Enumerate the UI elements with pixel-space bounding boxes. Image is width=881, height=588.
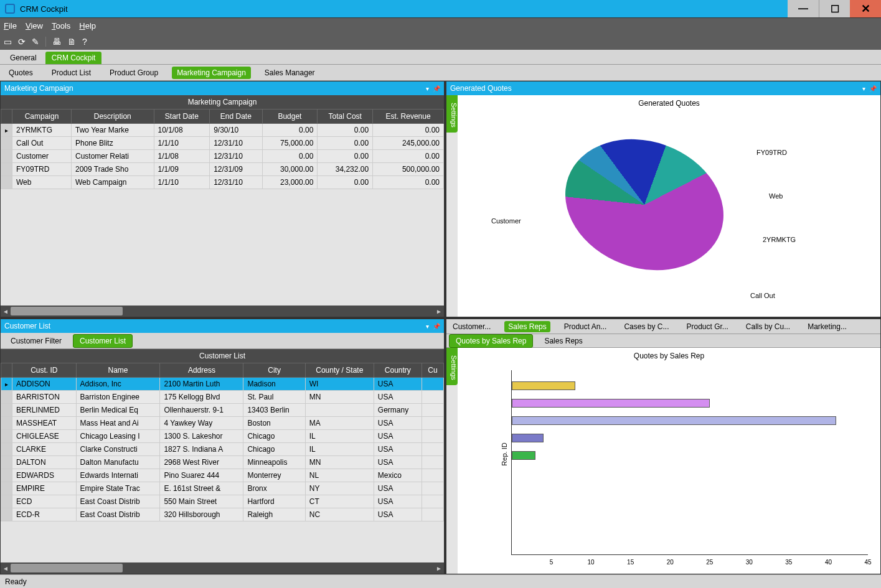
column-header[interactable]: Address (160, 363, 243, 378)
column-header[interactable]: Campaign (12, 110, 72, 124)
dropdown-icon[interactable]: ▾ (862, 85, 865, 92)
column-header[interactable]: Start Date (154, 110, 210, 124)
wand-icon[interactable]: ✎ (32, 37, 39, 47)
pie-body (547, 118, 742, 291)
customer-grid[interactable]: Cust. IDNameAddressCityCounty / StateCou… (1, 363, 444, 521)
scroll-left-icon[interactable]: ◄ (1, 306, 11, 317)
h-scrollbar[interactable]: ◄ ► (1, 306, 444, 317)
pin-icon[interactable]: 📌 (433, 323, 440, 330)
table-row[interactable]: EDWARDSEdwards InternatiPino Suarez 444M… (1, 469, 444, 482)
x-tick: 45 (864, 559, 871, 566)
panel-customer-list: Customer List ▾ 📌 Customer Filter Custom… (0, 319, 445, 574)
x-tick: 20 (667, 559, 674, 566)
table-row[interactable]: CustomerCustomer Relati1/1/0812/31/100.0… (1, 150, 444, 163)
sales-tab[interactable]: Marketing... (804, 321, 850, 332)
menu-help[interactable]: Help (79, 21, 96, 30)
maximize-button[interactable]: ☐ (819, 0, 850, 17)
sales-tab[interactable]: Product Gr... (682, 321, 732, 332)
table-row[interactable]: EMPIREEmpire State TracE. 161st Street &… (1, 482, 444, 495)
x-tick: 10 (588, 559, 595, 566)
table-row[interactable]: FY09TRD2009 Trade Sho1/1/0912/31/0930,00… (1, 163, 444, 176)
pie-label: Customer (491, 217, 521, 225)
column-header[interactable]: City (243, 363, 305, 378)
column-header[interactable]: End Date (210, 110, 262, 124)
column-header[interactable]: Budget (262, 110, 318, 124)
table-row[interactable]: ECDEast Coast Distrib550 Main StreetHart… (1, 495, 444, 508)
column-header[interactable]: Name (76, 363, 160, 378)
settings-tab[interactable]: Settings (446, 348, 458, 385)
grid-title: Customer List (1, 349, 444, 363)
column-header[interactable]: Cu (422, 363, 443, 378)
toolbar: ▭ ⟳ ✎ 🖶 🗎 ? (0, 34, 881, 50)
pie-label: 2YRMKTG (763, 236, 796, 243)
column-header[interactable]: Total Cost (318, 110, 373, 124)
table-row[interactable]: ▸ADDISONAddison, Inc2100 Martin LuthMadi… (1, 378, 444, 391)
pie-chart: Generated Quotes CustomerFY09TRDWeb2YRMK… (458, 95, 880, 317)
subtab-quotes-by-sales-rep[interactable]: Quotes by Sales Rep (449, 334, 533, 348)
table-row[interactable]: BERLINMEDBerlin Medical EqOllenhauerstr.… (1, 404, 444, 417)
inner-tab-customer-list[interactable]: Customer List (73, 334, 133, 348)
scroll-right-icon[interactable]: ► (434, 306, 444, 317)
sub-tab-sales-manager[interactable]: Sales Manager (260, 67, 320, 79)
print-preview-icon[interactable]: 🗎 (67, 37, 76, 47)
x-tick: 40 (825, 559, 832, 566)
column-header[interactable]: Est. Revenue (373, 110, 444, 124)
sales-tab[interactable]: Calls by Cu... (742, 321, 794, 332)
column-header[interactable]: Description (72, 110, 154, 124)
dropdown-icon[interactable]: ▾ (426, 323, 429, 330)
panel-marketing-campaign: Marketing Campaign ▾ 📌 Marketing Campaig… (0, 81, 445, 317)
main-tab-general[interactable]: General (4, 52, 43, 64)
settings-tab[interactable]: Settings (446, 95, 458, 133)
table-row[interactable]: WebWeb Campaign1/1/1012/31/1023,000.000.… (1, 176, 444, 189)
panel-title: Generated Quotes (450, 84, 512, 93)
sales-tab[interactable]: Cases by C... (620, 321, 672, 332)
sales-tab[interactable]: Customer... (449, 321, 494, 332)
table-row[interactable]: ▸2YRMKTGTwo Year Marke10/1/089/30/100.00… (1, 124, 444, 137)
print-icon[interactable]: 🖶 (52, 37, 61, 47)
panel-hdr-quotes: Generated Quotes ▾ 📌 (446, 82, 880, 95)
scroll-thumb[interactable] (11, 307, 123, 315)
sub-tab-marketing-campaign[interactable]: Marketing Campaign (172, 67, 251, 79)
panel-hdr-customers: Customer List ▾ 📌 (1, 319, 444, 333)
refresh-icon[interactable]: ⟳ (18, 37, 26, 47)
marketing-grid[interactable]: CampaignDescriptionStart DateEnd DateBud… (1, 109, 444, 189)
pin-icon[interactable]: 📌 (433, 85, 440, 92)
table-row[interactable]: Call OutPhone Blitz1/1/1012/31/1075,000.… (1, 137, 444, 150)
pie-label: FY09TRD (756, 149, 787, 156)
new-icon[interactable]: ▭ (4, 37, 12, 47)
pin-icon[interactable]: 📌 (869, 85, 877, 92)
h-scrollbar[interactable]: ◄ ► (1, 562, 444, 574)
menu-file[interactable]: File (4, 21, 17, 30)
menu-view[interactable]: View (26, 21, 43, 30)
pie-label: Call Out (750, 292, 775, 299)
sales-tab-strip: Customer...Sales RepsProduct An...Cases … (446, 319, 880, 334)
sub-tab-product-group[interactable]: Product Group (105, 67, 163, 79)
table-row[interactable]: MASSHEATMass Heat and Ai4 Yawkey WayBost… (1, 417, 444, 430)
sales-tab[interactable]: Product An... (560, 321, 611, 332)
help-icon[interactable]: ? (82, 37, 87, 47)
minimize-button[interactable]: — (788, 0, 819, 17)
scroll-right-icon[interactable]: ► (434, 562, 444, 574)
scroll-left-icon[interactable]: ◄ (1, 562, 11, 574)
close-button[interactable]: ✕ (850, 0, 881, 17)
column-header[interactable]: County / State (305, 363, 374, 378)
dropdown-icon[interactable]: ▾ (426, 85, 429, 92)
table-row[interactable]: CLARKEClarke Constructi1827 S. Indiana A… (1, 443, 444, 456)
table-row[interactable]: BARRISTONBarriston Enginee175 Kellogg Bl… (1, 391, 444, 404)
main-tab-crm-cockpit[interactable]: CRM Cockpit (45, 52, 102, 64)
scroll-thumb[interactable] (11, 564, 123, 572)
table-row[interactable]: CHIGLEASEChicago Leasing I1300 S. Lakesh… (1, 430, 444, 443)
column-header[interactable]: Country (374, 363, 422, 378)
sales-tab[interactable]: Sales Reps (504, 321, 550, 332)
column-header[interactable]: Cust. ID (12, 363, 77, 378)
workspace: Marketing Campaign ▾ 📌 Marketing Campaig… (0, 81, 881, 574)
sub-tab-quotes[interactable]: Quotes (4, 67, 38, 79)
pie-label: Web (769, 192, 783, 200)
table-row[interactable]: DALTONDalton Manufactu2968 West RiverMin… (1, 456, 444, 469)
sub-tab-product-list[interactable]: Product List (47, 67, 96, 79)
inner-tab-customer-filter[interactable]: Customer Filter (4, 335, 68, 347)
panel-title: Customer List (4, 322, 50, 330)
menu-tools[interactable]: Tools (52, 21, 70, 30)
subtab-sales-reps[interactable]: Sales Reps (538, 335, 588, 347)
table-row[interactable]: ECD-REast Coast Distrib320 HillsboroughR… (1, 508, 444, 521)
